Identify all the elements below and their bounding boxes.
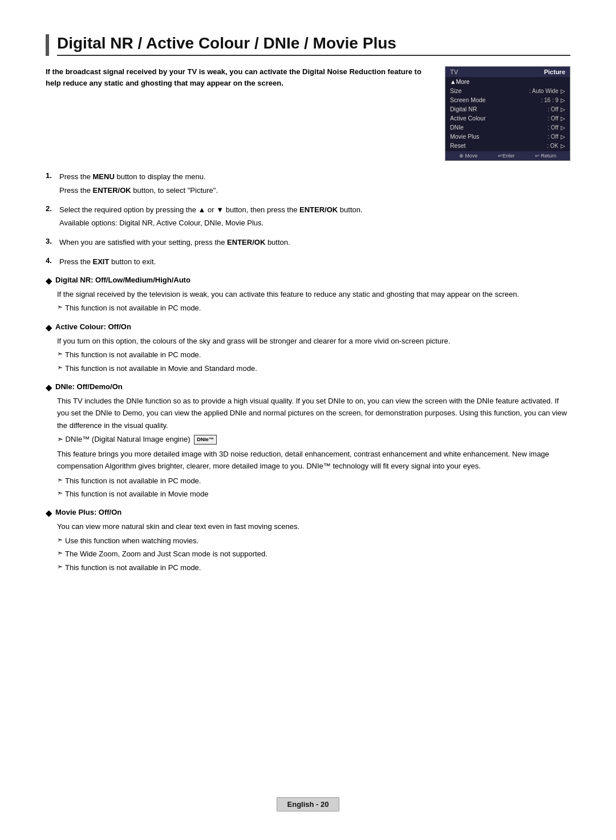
picture-label: Picture [544, 68, 565, 75]
bullet-body: You can view more natural skin and clear… [46, 520, 570, 574]
note-item: ➣ This function is not available in PC m… [57, 475, 570, 487]
note-text: The Wide Zoom, Zoom and Just Scan mode i… [65, 548, 268, 560]
tv-label: TV [450, 68, 458, 75]
bullet-body-para: If the signal received by the television… [57, 288, 570, 300]
tv-menu-screenshot: TV Picture ▲More Size: Auto Wide▷Screen … [445, 66, 570, 161]
step-number: 4. [46, 256, 55, 270]
row-val: : Off [548, 115, 558, 122]
step-line: Press the EXIT button to exit. [59, 256, 570, 268]
note-item: ➣ This function is not available in PC m… [57, 349, 570, 361]
row-arrow: ▷ [561, 97, 565, 103]
bullet-section-0: ◆ Digital NR: Off/Low/Medium/High/Auto I… [46, 276, 570, 314]
note-text: This function is not available in PC mod… [65, 475, 201, 487]
note-item: ➣ This function is not available in Movi… [57, 362, 570, 374]
note-arrow: ➣ [57, 562, 63, 574]
note-text: This function is not available in PC mod… [65, 562, 201, 574]
intro-section: If the broadcast signal received by your… [46, 66, 570, 161]
bullet-header: ◆ Movie Plus: Off/On [46, 508, 570, 518]
note-arrow: ➣ [57, 302, 63, 314]
english-badge: English - 20 [277, 797, 340, 811]
dnie-badge: DNIe™ [194, 435, 217, 445]
note-text: This function is not available in PC mod… [65, 302, 201, 314]
step-number: 2. [46, 204, 55, 232]
row-val: : Off [548, 124, 558, 131]
step-line: When you are satisfied with your setting… [59, 237, 570, 249]
step-line: Select the required option by pressing t… [59, 204, 570, 216]
step-line: Press the ENTER/OK button, to select "Pi… [59, 185, 570, 197]
step-line: Press the MENU button to display the men… [59, 171, 570, 183]
bullet-section-2: ◆ DNIe: Off/Demo/On This TV includes the… [46, 382, 570, 500]
step-number: 1. [46, 171, 55, 199]
note-arrow: ➣ [57, 362, 63, 374]
step-item: 1. Press the MENU button to display the … [46, 171, 570, 199]
bullet-header-text: Movie Plus: Off/On [55, 508, 121, 516]
note-item: ➣ Use this function when watching movies… [57, 535, 570, 547]
bullet-diamond-icon: ◆ [46, 508, 52, 518]
step-item: 2. Select the required option by pressin… [46, 204, 570, 232]
note-text: Use this function when watching movies. [65, 535, 198, 547]
step-content: Press the MENU button to display the men… [59, 171, 570, 199]
row-val: : Auto Wide [529, 88, 558, 94]
row-key: Size [450, 87, 529, 94]
tv-menu-row: Digital NR: Off▷ [445, 104, 570, 114]
tv-menu-row: DNIe: Off▷ [445, 123, 570, 132]
tv-menu-row: Active Colour: Off▷ [445, 114, 570, 123]
row-key: Reset [450, 142, 547, 149]
tv-footer-move: ⊕ Move [459, 153, 478, 159]
note-text: This function is not available in Movie … [65, 488, 208, 500]
bullet-header: ◆ DNIe: Off/Demo/On [46, 382, 570, 392]
page-title: Digital NR / Active Colour / DNIe / Movi… [57, 34, 570, 56]
tv-menu-row: Size: Auto Wide▷ [445, 86, 570, 95]
bullet-body-para: If you turn on this option, the colours … [57, 335, 570, 347]
row-arrow: ▷ [561, 115, 565, 122]
tv-footer-enter: ↵Enter [498, 153, 515, 159]
page-footer: English - 20 [0, 797, 616, 811]
row-arrow: ▷ [561, 106, 565, 112]
tv-menu-more: ▲More [445, 77, 570, 86]
bullet-diamond-icon: ◆ [46, 323, 52, 332]
bullet-sub-header: ➣ DNIe™ (Digital Natural Image engine) D… [57, 433, 570, 445]
intro-text: If the broadcast signal received by your… [46, 66, 431, 161]
bullet-section-3: ◆ Movie Plus: Off/On You can view more n… [46, 508, 570, 574]
tv-menu-row: Reset: OK▷ [445, 141, 570, 150]
bullet-header-text: DNIe: Off/Demo/On [55, 382, 123, 391]
row-val: : OK [547, 143, 558, 149]
row-key: Active Colour [450, 115, 548, 122]
row-arrow: ▷ [561, 143, 565, 149]
bullets-container: ◆ Digital NR: Off/Low/Medium/High/Auto I… [46, 276, 570, 574]
bullet-header: ◆ Digital NR: Off/Low/Medium/High/Auto [46, 276, 570, 285]
step-item: 3. When you are satisfied with your sett… [46, 237, 570, 251]
bullet-body: This TV includes the DNIe function so as… [46, 395, 570, 500]
step-content: Select the required option by pressing t… [59, 204, 570, 232]
bullet-body: If you turn on this option, the colours … [46, 335, 570, 374]
row-arrow: ▷ [561, 134, 565, 140]
bullet-body-para: You can view more natural skin and clear… [57, 520, 570, 532]
title-accent-bar [46, 34, 49, 56]
note-item: ➣ This function is not available in PC m… [57, 302, 570, 314]
note-text: This function is not available in PC mod… [65, 349, 201, 361]
step-number: 3. [46, 237, 55, 251]
bullet-diamond-icon: ◆ [46, 276, 52, 285]
bullet-body-para: This TV includes the DNIe function so as… [57, 395, 570, 431]
tv-menu-row: Movie Plus: Off▷ [445, 132, 570, 141]
steps-section: 1. Press the MENU button to display the … [46, 171, 570, 270]
row-key: Digital NR [450, 106, 548, 112]
tv-menu-row: Screen Mode: 16 : 9▷ [445, 95, 570, 104]
note-arrow: ➣ [57, 349, 63, 361]
title-block: Digital NR / Active Colour / DNIe / Movi… [46, 34, 570, 56]
bullet-header-text: Active Colour: Off/On [55, 322, 131, 331]
row-key: DNIe [450, 124, 548, 131]
tv-menu-header: TV Picture [445, 67, 570, 77]
note-arrow: ➣ [57, 548, 63, 560]
bullet-sub-para: This feature brings you more detailed im… [57, 448, 570, 472]
tv-footer-return: ↩ Return [535, 153, 557, 159]
note-text: This function is not available in Movie … [65, 362, 257, 374]
note-arrow: ➣ [57, 488, 63, 500]
bullet-header-text: Digital NR: Off/Low/Medium/High/Auto [55, 276, 191, 284]
note-item: ➣ The Wide Zoom, Zoom and Just Scan mode… [57, 548, 570, 560]
tv-menu-footer: ⊕ Move ↵Enter ↩ Return [445, 151, 570, 160]
bullet-header: ◆ Active Colour: Off/On [46, 322, 570, 332]
row-val: : Off [548, 106, 558, 112]
bullet-body: If the signal received by the television… [46, 288, 570, 314]
row-val: : 16 : 9 [541, 97, 558, 103]
